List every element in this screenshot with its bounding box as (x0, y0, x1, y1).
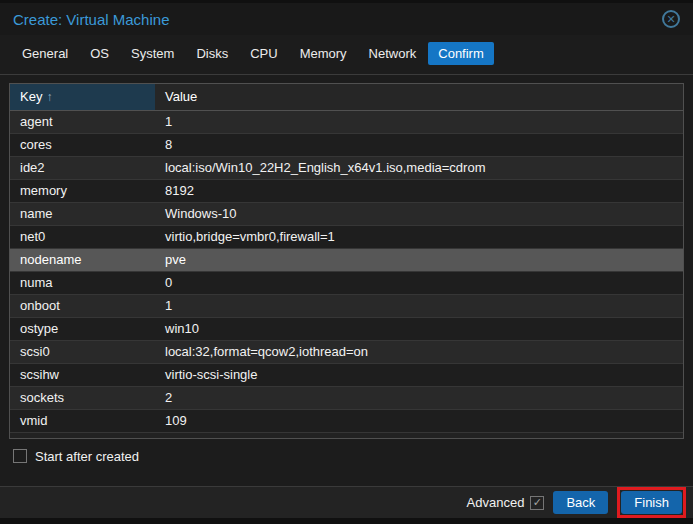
table-row-sockets[interactable]: sockets 2 (10, 386, 683, 409)
row-value: win10 (155, 317, 683, 340)
table-row-numa[interactable]: numa 0 (10, 271, 683, 294)
advanced-label: Advanced (467, 495, 525, 510)
back-button[interactable]: Back (553, 491, 608, 514)
table-row-ide2[interactable]: ide2 local:iso/Win10_22H2_English_x64v1.… (10, 156, 683, 179)
row-key: nodename (10, 248, 155, 271)
confirm-settings-table: Key↑ Value agent 1 cores 8 (9, 83, 684, 439)
row-value: pve (155, 248, 683, 271)
row-key: name (10, 202, 155, 225)
row-key: ide2 (10, 156, 155, 179)
row-key: cores (10, 133, 155, 156)
row-value: Windows-10 (155, 202, 683, 225)
start-after-created-label: Start after created (35, 449, 139, 464)
dialog-title: Create: Virtual Machine (13, 11, 169, 28)
tab-system[interactable]: System (121, 42, 184, 65)
table-row-name[interactable]: name Windows-10 (10, 202, 683, 225)
tab-cpu[interactable]: CPU (240, 42, 287, 65)
table-row-scsihw[interactable]: scsihw virtio-scsi-single (10, 363, 683, 386)
row-value: 1 (155, 110, 683, 133)
finish-highlight-annotation: Finish (617, 487, 686, 518)
close-icon[interactable]: ✕ (662, 10, 680, 28)
table-row-vmid[interactable]: vmid 109 (10, 409, 683, 432)
row-key: scsihw (10, 363, 155, 386)
start-after-created-option: Start after created (13, 449, 680, 464)
table-row-onboot[interactable]: onboot 1 (10, 294, 683, 317)
column-header-key[interactable]: Key↑ (10, 84, 155, 110)
tab-confirm[interactable]: Confirm (428, 42, 494, 65)
advanced-checkbox[interactable]: ✓ (530, 496, 544, 510)
row-value: local:iso/Win10_22H2_English_x64v1.iso,m… (155, 156, 683, 179)
row-key: onboot (10, 294, 155, 317)
row-key: memory (10, 179, 155, 202)
row-key: net0 (10, 225, 155, 248)
row-key: vmid (10, 409, 155, 432)
row-key: scsi0 (10, 340, 155, 363)
tab-general[interactable]: General (12, 42, 78, 65)
table-row-memory[interactable]: memory 8192 (10, 179, 683, 202)
key-header-label: Key (20, 89, 42, 104)
dialog-bottom-edge (0, 518, 693, 524)
tab-network[interactable]: Network (359, 42, 427, 65)
finish-button[interactable]: Finish (621, 491, 682, 514)
tab-memory[interactable]: Memory (290, 42, 357, 65)
row-key: ostype (10, 317, 155, 340)
table-row-agent[interactable]: agent 1 (10, 110, 683, 133)
table-row-ostype[interactable]: ostype win10 (10, 317, 683, 340)
table-header-row: Key↑ Value (10, 84, 683, 110)
row-value: 2 (155, 386, 683, 409)
table-row-cores[interactable]: cores 8 (10, 133, 683, 156)
row-value: virtio-scsi-single (155, 363, 683, 386)
row-value: 0 (155, 271, 683, 294)
advanced-option: Advanced ✓ (467, 495, 545, 510)
table-row-nodename[interactable]: nodename pve (10, 248, 683, 271)
row-value: 1 (155, 294, 683, 317)
table-row-net0[interactable]: net0 virtio,bridge=vmbr0,firewall=1 (10, 225, 683, 248)
table-row-scsi0[interactable]: scsi0 local:32,format=qcow2,iothread=on (10, 340, 683, 363)
sort-ascending-icon: ↑ (42, 90, 52, 104)
column-header-value[interactable]: Value (155, 84, 683, 110)
wizard-tab-bar: General OS System Disks CPU Memory Netwo… (0, 35, 693, 75)
row-key: sockets (10, 386, 155, 409)
tab-os[interactable]: OS (80, 42, 119, 65)
dialog-footer: Advanced ✓ Back Finish (0, 486, 693, 518)
row-value: 8 (155, 133, 683, 156)
tab-disks[interactable]: Disks (186, 42, 238, 65)
row-value: virtio,bridge=vmbr0,firewall=1 (155, 225, 683, 248)
create-vm-dialog: Create: Virtual Machine ✕ General OS Sys… (0, 0, 693, 524)
row-value: 8192 (155, 179, 683, 202)
start-after-created-checkbox[interactable] (13, 449, 27, 463)
row-value: local:32,format=qcow2,iothread=on (155, 340, 683, 363)
row-key: agent (10, 110, 155, 133)
row-value: 109 (155, 409, 683, 432)
row-key: numa (10, 271, 155, 294)
dialog-titlebar: Create: Virtual Machine ✕ (0, 3, 693, 35)
